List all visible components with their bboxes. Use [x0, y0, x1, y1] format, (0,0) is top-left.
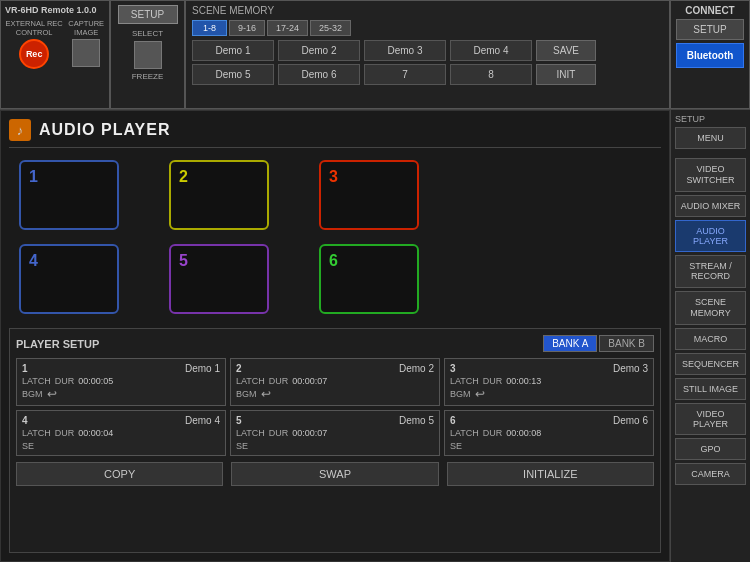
slot-3-type: BGM	[450, 389, 471, 399]
slot-5-name: Demo 5	[399, 415, 434, 426]
slot-4-name: Demo 4	[185, 415, 220, 426]
tab-9-16[interactable]: 9-16	[229, 20, 265, 36]
pad-5[interactable]: 5	[169, 244, 269, 314]
sidebar-camera[interactable]: CAMERA	[675, 463, 746, 485]
slot-1[interactable]: 1 Demo 1 LATCH DUR 00:00:05 BGM ↩	[16, 358, 226, 406]
pad-3[interactable]: 3	[319, 160, 419, 230]
tab-17-24[interactable]: 17-24	[267, 20, 308, 36]
pad-6[interactable]: 6	[319, 244, 419, 314]
sidebar-setup-title: SETUP	[675, 114, 746, 124]
slot-2-dur-label: DUR	[269, 376, 289, 386]
slot-2-dur-val: 00:00:07	[292, 376, 327, 386]
slot-3-dur-val: 00:00:13	[506, 376, 541, 386]
swap-button[interactable]: SWAP	[231, 462, 438, 486]
scene-memory-panel: SCENE MEMORY 1-8 9-16 17-24 25-32 Demo 1…	[185, 0, 670, 109]
setup-panel: SETUP SELECT FREEZE	[110, 0, 185, 109]
slot-6-type: SE	[450, 441, 462, 451]
right-sidebar: SETUP MENU VIDEO SWITCHER AUDIO MIXER AU…	[670, 110, 750, 562]
pad-1[interactable]: 1	[19, 160, 119, 230]
scene-slot-7[interactable]: 7	[364, 64, 446, 85]
tab-1-8[interactable]: 1-8	[192, 20, 227, 36]
sidebar-macro[interactable]: MACRO	[675, 328, 746, 350]
scene-slot-2[interactable]: Demo 2	[278, 40, 360, 61]
connect-title: CONNECT	[685, 5, 734, 16]
audio-player-header: ♪ AUDIO PLAYER	[9, 119, 661, 148]
scene-slot-3[interactable]: Demo 3	[364, 40, 446, 61]
action-buttons: COPY SWAP INITIALIZE	[16, 462, 654, 486]
slot-5-dur-val: 00:00:07	[292, 428, 327, 438]
pad-row-1: 1 2 3	[9, 160, 661, 230]
sidebar-menu-button[interactable]: MENU	[675, 127, 746, 149]
init-button[interactable]: INIT	[536, 64, 596, 85]
slot-3[interactable]: 3 Demo 3 LATCH DUR 00:00:13 BGM ↩	[444, 358, 654, 406]
sidebar-scene-memory[interactable]: SCENE MEMORY	[675, 291, 746, 325]
sidebar-divider	[675, 152, 746, 155]
pad-2[interactable]: 2	[169, 160, 269, 230]
slot-1-num: 1	[22, 363, 28, 374]
bank-a-button[interactable]: BANK A	[543, 335, 597, 352]
slot-3-dur-label: DUR	[483, 376, 503, 386]
freeze-label: FREEZE	[132, 72, 164, 81]
scene-slot-1[interactable]: Demo 1	[192, 40, 274, 61]
slot-3-latch: LATCH	[450, 376, 479, 386]
slot-3-name: Demo 3	[613, 363, 648, 374]
sidebar-video-switcher[interactable]: VIDEO SWITCHER	[675, 158, 746, 192]
initialize-button[interactable]: INITIALIZE	[447, 462, 654, 486]
slot-4-dur-label: DUR	[55, 428, 75, 438]
connect-setup-button[interactable]: SETUP	[676, 19, 744, 40]
slot-4-num: 4	[22, 415, 28, 426]
main-area: ♪ AUDIO PLAYER 1 2 3 4 5 6	[0, 110, 750, 562]
sidebar-gpo[interactable]: GPO	[675, 438, 746, 460]
capture-button[interactable]	[72, 39, 100, 67]
bluetooth-button[interactable]: Bluetooth	[676, 43, 744, 68]
pad-4[interactable]: 4	[19, 244, 119, 314]
sidebar-stream-record[interactable]: STREAM / RECORD	[675, 255, 746, 289]
slot-1-latch: LATCH	[22, 376, 51, 386]
scene-row-2: Demo 5 Demo 6 7 8 INIT	[192, 64, 663, 85]
slot-1-loop-icon: ↩	[47, 387, 57, 401]
scene-slot-6[interactable]: Demo 6	[278, 64, 360, 85]
sidebar-video-player[interactable]: VIDEO PLAYER	[675, 403, 746, 435]
select-button[interactable]	[134, 41, 162, 69]
slot-2-num: 2	[236, 363, 242, 374]
bank-b-button[interactable]: BANK B	[599, 335, 654, 352]
slot-3-num: 3	[450, 363, 456, 374]
slot-6[interactable]: 6 Demo 6 LATCH DUR 00:00:08 SE	[444, 410, 654, 456]
sidebar-sequencer[interactable]: SEQUENCER	[675, 353, 746, 375]
slot-1-type: BGM	[22, 389, 43, 399]
setup-button[interactable]: SETUP	[118, 5, 178, 24]
scene-slot-8[interactable]: 8	[450, 64, 532, 85]
connect-panel: CONNECT SETUP Bluetooth	[670, 0, 750, 109]
slot-4-dur-val: 00:00:04	[78, 428, 113, 438]
save-button[interactable]: SAVE	[536, 40, 596, 61]
slot-6-dur-label: DUR	[483, 428, 503, 438]
scene-memory-tabs: 1-8 9-16 17-24 25-32	[192, 20, 663, 36]
slot-6-latch: LATCH	[450, 428, 479, 438]
tab-25-32[interactable]: 25-32	[310, 20, 351, 36]
audio-player-content: ♪ AUDIO PLAYER 1 2 3 4 5 6	[0, 110, 670, 562]
slot-5[interactable]: 5 Demo 5 LATCH DUR 00:00:07 SE	[230, 410, 440, 456]
slot-4-latch: LATCH	[22, 428, 51, 438]
sidebar-still-image[interactable]: STILL IMAGE	[675, 378, 746, 400]
rec-control-label: EXTERNAL REC CONTROL	[5, 19, 63, 37]
slot-row-2: 4 Demo 4 LATCH DUR 00:00:04 SE 5	[16, 410, 654, 456]
sidebar-audio-player[interactable]: AUDIO PLAYER	[675, 220, 746, 252]
rec-button[interactable]: Rec	[19, 39, 49, 69]
slot-5-latch: LATCH	[236, 428, 265, 438]
select-label: SELECT	[132, 29, 163, 38]
player-setup-title: PLAYER SETUP	[16, 338, 99, 350]
capture-label: CAPTURE IMAGE	[67, 19, 105, 37]
slot-5-dur-label: DUR	[269, 428, 289, 438]
slot-2-latch: LATCH	[236, 376, 265, 386]
scene-slot-5[interactable]: Demo 5	[192, 64, 274, 85]
slot-2[interactable]: 2 Demo 2 LATCH DUR 00:00:07 BGM ↩	[230, 358, 440, 406]
audio-player-title: AUDIO PLAYER	[39, 121, 170, 139]
app-title: VR-6HD Remote 1.0.0	[5, 5, 105, 15]
slot-4-type: SE	[22, 441, 34, 451]
rec-control-panel: VR-6HD Remote 1.0.0 EXTERNAL REC CONTROL…	[0, 0, 110, 109]
copy-button[interactable]: COPY	[16, 462, 223, 486]
sidebar-audio-mixer[interactable]: AUDIO MIXER	[675, 195, 746, 217]
scene-slot-4[interactable]: Demo 4	[450, 40, 532, 61]
slot-5-type: SE	[236, 441, 248, 451]
slot-4[interactable]: 4 Demo 4 LATCH DUR 00:00:04 SE	[16, 410, 226, 456]
